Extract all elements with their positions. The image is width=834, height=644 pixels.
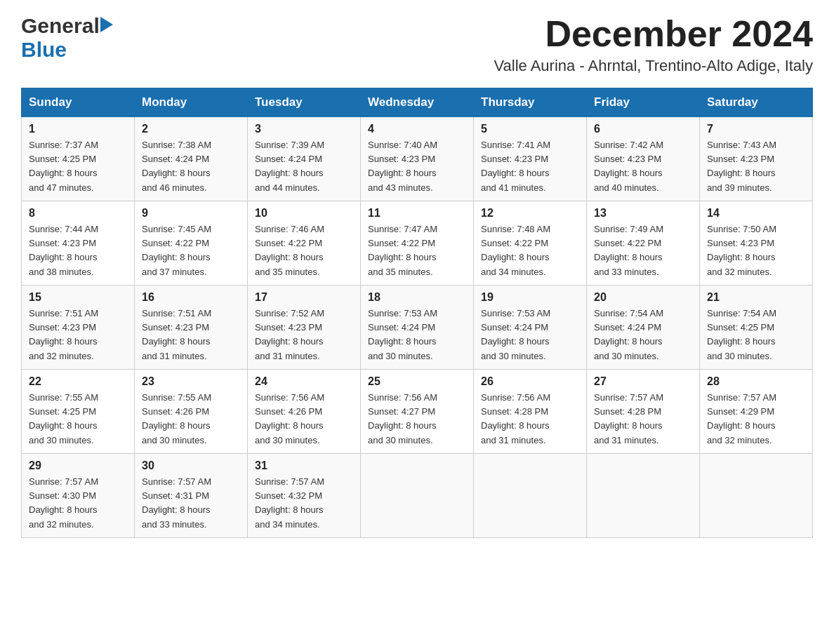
day-number: 13: [594, 207, 692, 220]
day-info: Sunrise: 7:57 AM Sunset: 4:32 PM Dayligh…: [255, 475, 353, 532]
day-number: 22: [29, 375, 127, 388]
calendar-cell: 6 Sunrise: 7:42 AM Sunset: 4:23 PM Dayli…: [587, 117, 700, 201]
logo: General Blue: [21, 14, 114, 62]
day-of-week-thursday: Thursday: [474, 88, 587, 117]
day-number: 17: [255, 291, 353, 304]
day-number: 26: [481, 375, 579, 388]
week-row-5: 29 Sunrise: 7:57 AM Sunset: 4:30 PM Dayl…: [22, 454, 813, 538]
day-number: 9: [142, 207, 240, 220]
day-of-week-monday: Monday: [135, 88, 248, 117]
day-number: 28: [707, 375, 805, 388]
calendar-cell: 22 Sunrise: 7:55 AM Sunset: 4:25 PM Dayl…: [22, 370, 135, 454]
calendar-cell: 16 Sunrise: 7:51 AM Sunset: 4:23 PM Dayl…: [135, 286, 248, 370]
day-info: Sunrise: 7:53 AM Sunset: 4:24 PM Dayligh…: [481, 307, 579, 363]
day-number: 7: [707, 123, 805, 135]
day-info: Sunrise: 7:42 AM Sunset: 4:23 PM Dayligh…: [594, 138, 692, 195]
day-info: Sunrise: 7:38 AM Sunset: 4:24 PM Dayligh…: [142, 138, 240, 195]
location-title: Valle Aurina - Ahrntal, Trentino-Alto Ad…: [494, 57, 813, 75]
calendar-cell: 20 Sunrise: 7:54 AM Sunset: 4:24 PM Dayl…: [587, 286, 700, 370]
day-number: 12: [481, 207, 579, 220]
day-info: Sunrise: 7:54 AM Sunset: 4:25 PM Dayligh…: [707, 307, 805, 363]
calendar-cell: 8 Sunrise: 7:44 AM Sunset: 4:23 PM Dayli…: [22, 201, 135, 286]
calendar-cell: 5 Sunrise: 7:41 AM Sunset: 4:23 PM Dayli…: [474, 117, 587, 201]
calendar-cell: 11 Sunrise: 7:47 AM Sunset: 4:22 PM Dayl…: [361, 201, 474, 286]
day-info: Sunrise: 7:57 AM Sunset: 4:31 PM Dayligh…: [142, 475, 240, 532]
day-info: Sunrise: 7:39 AM Sunset: 4:24 PM Dayligh…: [255, 138, 353, 195]
day-info: Sunrise: 7:44 AM Sunset: 4:23 PM Dayligh…: [29, 222, 127, 279]
calendar-cell: [587, 454, 700, 538]
day-info: Sunrise: 7:40 AM Sunset: 4:23 PM Dayligh…: [368, 138, 466, 195]
calendar-cell: 7 Sunrise: 7:43 AM Sunset: 4:23 PM Dayli…: [700, 117, 813, 201]
day-info: Sunrise: 7:52 AM Sunset: 4:23 PM Dayligh…: [255, 307, 353, 363]
calendar-cell: 17 Sunrise: 7:52 AM Sunset: 4:23 PM Dayl…: [248, 286, 361, 370]
calendar-cell: 14 Sunrise: 7:50 AM Sunset: 4:23 PM Dayl…: [700, 201, 813, 286]
month-title: December 2024: [494, 14, 813, 54]
day-number: 10: [255, 207, 353, 220]
day-info: Sunrise: 7:55 AM Sunset: 4:25 PM Dayligh…: [29, 391, 127, 448]
day-number: 3: [255, 123, 353, 135]
day-info: Sunrise: 7:56 AM Sunset: 4:26 PM Dayligh…: [255, 391, 353, 448]
calendar-cell: [361, 454, 474, 538]
day-of-week-sunday: Sunday: [22, 88, 135, 117]
day-number: 27: [594, 375, 692, 388]
week-row-2: 8 Sunrise: 7:44 AM Sunset: 4:23 PM Dayli…: [22, 201, 813, 286]
day-of-week-friday: Friday: [587, 88, 700, 117]
day-info: Sunrise: 7:55 AM Sunset: 4:26 PM Dayligh…: [142, 391, 240, 448]
day-number: 18: [368, 291, 466, 304]
page-header: General Blue December 2024 Valle Aurina …: [21, 14, 813, 75]
calendar-header-row: SundayMondayTuesdayWednesdayThursdayFrid…: [22, 88, 813, 117]
calendar-cell: 29 Sunrise: 7:57 AM Sunset: 4:30 PM Dayl…: [22, 454, 135, 538]
day-info: Sunrise: 7:54 AM Sunset: 4:24 PM Dayligh…: [594, 307, 692, 363]
calendar-cell: 30 Sunrise: 7:57 AM Sunset: 4:31 PM Dayl…: [135, 454, 248, 538]
week-row-1: 1 Sunrise: 7:37 AM Sunset: 4:25 PM Dayli…: [22, 117, 813, 201]
day-info: Sunrise: 7:47 AM Sunset: 4:22 PM Dayligh…: [368, 222, 466, 279]
week-row-4: 22 Sunrise: 7:55 AM Sunset: 4:25 PM Dayl…: [22, 370, 813, 454]
calendar-cell: 19 Sunrise: 7:53 AM Sunset: 4:24 PM Dayl…: [474, 286, 587, 370]
day-number: 16: [142, 291, 240, 304]
day-number: 31: [255, 459, 353, 472]
logo-blue-text: Blue: [21, 38, 67, 62]
day-number: 11: [368, 207, 466, 220]
day-number: 24: [255, 375, 353, 388]
day-number: 14: [707, 207, 805, 220]
logo-general-text: General: [21, 14, 100, 38]
calendar-cell: 24 Sunrise: 7:56 AM Sunset: 4:26 PM Dayl…: [248, 370, 361, 454]
calendar-cell: 3 Sunrise: 7:39 AM Sunset: 4:24 PM Dayli…: [248, 117, 361, 201]
calendar-cell: 1 Sunrise: 7:37 AM Sunset: 4:25 PM Dayli…: [22, 117, 135, 201]
day-number: 6: [594, 123, 692, 135]
day-number: 4: [368, 123, 466, 135]
day-number: 1: [29, 123, 127, 135]
day-info: Sunrise: 7:53 AM Sunset: 4:24 PM Dayligh…: [368, 307, 466, 363]
calendar-cell: 18 Sunrise: 7:53 AM Sunset: 4:24 PM Dayl…: [361, 286, 474, 370]
calendar-cell: 13 Sunrise: 7:49 AM Sunset: 4:22 PM Dayl…: [587, 201, 700, 286]
calendar-cell: 9 Sunrise: 7:45 AM Sunset: 4:22 PM Dayli…: [135, 201, 248, 286]
day-info: Sunrise: 7:56 AM Sunset: 4:28 PM Dayligh…: [481, 391, 579, 448]
day-info: Sunrise: 7:50 AM Sunset: 4:23 PM Dayligh…: [707, 222, 805, 279]
calendar-cell: [700, 454, 813, 538]
day-info: Sunrise: 7:48 AM Sunset: 4:22 PM Dayligh…: [481, 222, 579, 279]
day-number: 21: [707, 291, 805, 304]
day-info: Sunrise: 7:37 AM Sunset: 4:25 PM Dayligh…: [29, 138, 127, 195]
day-info: Sunrise: 7:57 AM Sunset: 4:28 PM Dayligh…: [594, 391, 692, 448]
calendar-cell: 2 Sunrise: 7:38 AM Sunset: 4:24 PM Dayli…: [135, 117, 248, 201]
day-info: Sunrise: 7:51 AM Sunset: 4:23 PM Dayligh…: [29, 307, 127, 363]
calendar-cell: 27 Sunrise: 7:57 AM Sunset: 4:28 PM Dayl…: [587, 370, 700, 454]
day-number: 19: [481, 291, 579, 304]
day-number: 8: [29, 207, 127, 220]
logo-arrow-icon: [100, 17, 113, 35]
calendar-cell: 21 Sunrise: 7:54 AM Sunset: 4:25 PM Dayl…: [700, 286, 813, 370]
day-info: Sunrise: 7:51 AM Sunset: 4:23 PM Dayligh…: [142, 307, 240, 363]
calendar-cell: 26 Sunrise: 7:56 AM Sunset: 4:28 PM Dayl…: [474, 370, 587, 454]
day-info: Sunrise: 7:57 AM Sunset: 4:29 PM Dayligh…: [707, 391, 805, 448]
calendar-cell: 25 Sunrise: 7:56 AM Sunset: 4:27 PM Dayl…: [361, 370, 474, 454]
day-info: Sunrise: 7:49 AM Sunset: 4:22 PM Dayligh…: [594, 222, 692, 279]
day-info: Sunrise: 7:45 AM Sunset: 4:22 PM Dayligh…: [142, 222, 240, 279]
day-number: 5: [481, 123, 579, 135]
day-info: Sunrise: 7:41 AM Sunset: 4:23 PM Dayligh…: [481, 138, 579, 195]
svg-marker-0: [100, 17, 113, 32]
day-of-week-wednesday: Wednesday: [361, 88, 474, 117]
calendar-cell: 31 Sunrise: 7:57 AM Sunset: 4:32 PM Dayl…: [248, 454, 361, 538]
calendar-cell: 28 Sunrise: 7:57 AM Sunset: 4:29 PM Dayl…: [700, 370, 813, 454]
day-number: 23: [142, 375, 240, 388]
calendar-table: SundayMondayTuesdayWednesdayThursdayFrid…: [21, 88, 813, 538]
